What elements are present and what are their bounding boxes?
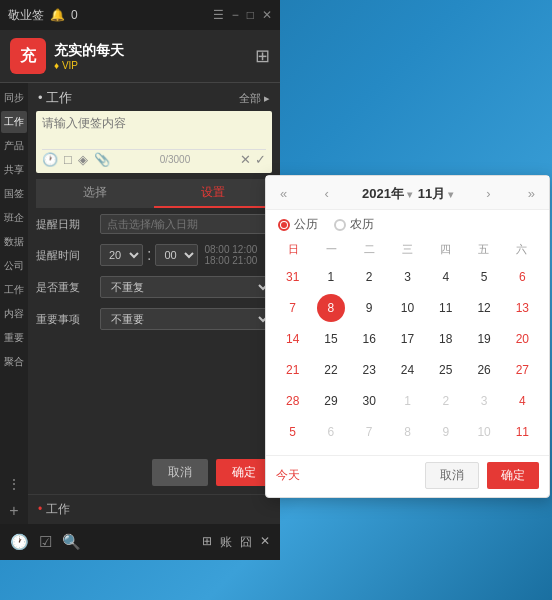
cal-day[interactable]: 20 <box>508 325 536 353</box>
cal-day[interactable]: 13 <box>508 294 536 322</box>
reminder-date-input[interactable] <box>100 214 272 234</box>
cal-day[interactable]: 5 <box>279 418 307 446</box>
cal-day[interactable]: 23 <box>355 356 383 384</box>
cal-public-radio[interactable]: 公历 <box>278 216 318 233</box>
max-button[interactable]: □ <box>247 8 254 22</box>
clock-icon[interactable]: 🕐 <box>42 152 58 167</box>
form-confirm-button[interactable]: 确定 <box>216 459 272 486</box>
cal-year-button[interactable]: 2021年 <box>362 185 412 203</box>
note-textarea[interactable] <box>42 115 266 145</box>
reminder-time-label: 提醒时间 <box>36 248 94 263</box>
sidebar-item-product[interactable]: 产品 <box>1 135 27 157</box>
sidebar-add-button[interactable]: + <box>5 498 22 524</box>
cal-day[interactable]: 4 <box>432 263 460 291</box>
toolbar-account-icon[interactable]: 账 <box>220 534 232 551</box>
sidebar-item-share[interactable]: 共享 <box>1 159 27 181</box>
calendar-icon[interactable]: ⊞ <box>255 45 270 67</box>
cal-day[interactable]: 6 <box>508 263 536 291</box>
close-button[interactable]: ✕ <box>262 8 272 22</box>
cal-day[interactable]: 25 <box>432 356 460 384</box>
cal-day[interactable]: 30 <box>355 387 383 415</box>
cal-day[interactable]: 21 <box>279 356 307 384</box>
toolbar-clock-icon[interactable]: 🕐 <box>10 533 29 551</box>
cal-day[interactable]: 11 <box>432 294 460 322</box>
cal-lunar-radio[interactable]: 农历 <box>334 216 374 233</box>
cal-day[interactable]: 17 <box>393 325 421 353</box>
cal-day[interactable]: 29 <box>317 387 345 415</box>
cal-prev-prev-button[interactable]: « <box>276 184 291 203</box>
sidebar-item-aggregate[interactable]: 聚合 <box>1 351 27 373</box>
sidebar-item-company[interactable]: 公司 <box>1 255 27 277</box>
sidebar-item-work[interactable]: 工作 <box>1 111 27 133</box>
cal-day[interactable]: 2 <box>355 263 383 291</box>
cal-day[interactable]: 15 <box>317 325 345 353</box>
cal-day[interactable]: 6 <box>317 418 345 446</box>
cal-day[interactable]: 8 <box>317 294 345 322</box>
toolbar-search-icon[interactable]: 🔍 <box>62 533 81 551</box>
sidebar-item-sync[interactable]: 同步 <box>1 87 27 109</box>
cal-day[interactable]: 19 <box>470 325 498 353</box>
paint-icon[interactable]: ◈ <box>78 152 88 167</box>
section-all-button[interactable]: 全部 ▸ <box>239 91 270 106</box>
repeat-select[interactable]: 不重复 <box>100 276 272 298</box>
cal-prev-button[interactable]: ‹ <box>320 184 332 203</box>
cal-day[interactable]: 26 <box>470 356 498 384</box>
sidebar-item-banci[interactable]: 班企 <box>1 207 27 229</box>
sidebar-item-guoqian[interactable]: 国签 <box>1 183 27 205</box>
minute-select[interactable]: 00 <box>155 244 198 266</box>
main-content: • 工作 全部 ▸ 🕐 □ ◈ 📎 0/3000 <box>28 83 280 524</box>
cal-day[interactable]: 4 <box>508 387 536 415</box>
cal-day[interactable]: 7 <box>355 418 383 446</box>
note-cancel-icon[interactable]: ✕ <box>240 152 251 167</box>
cal-day[interactable]: 7 <box>279 294 307 322</box>
cal-day[interactable]: 14 <box>279 325 307 353</box>
form-cancel-button[interactable]: 取消 <box>152 459 208 486</box>
cal-day[interactable]: 8 <box>393 418 421 446</box>
cal-cancel-button[interactable]: 取消 <box>425 462 479 489</box>
min-button[interactable]: − <box>232 8 239 22</box>
cal-day[interactable]: 24 <box>393 356 421 384</box>
cal-day[interactable]: 2 <box>432 387 460 415</box>
desktop: 敬业签 🔔 0 ☰ − □ ✕ 充 充实的每天 ♦ VIP ⊞ 同 <box>0 0 552 600</box>
cal-day[interactable]: 10 <box>470 418 498 446</box>
sidebar-item-data[interactable]: 数据 <box>1 231 27 253</box>
cal-day[interactable]: 3 <box>393 263 421 291</box>
cal-day[interactable]: 11 <box>508 418 536 446</box>
cal-day[interactable]: 3 <box>470 387 498 415</box>
sidebar-dots: ⋮ <box>7 476 21 496</box>
tab-settings[interactable]: 设置 <box>154 179 272 208</box>
toolbar-grid-icon[interactable]: ⊞ <box>202 534 212 551</box>
importance-select[interactable]: 不重要 <box>100 308 272 330</box>
tab-select[interactable]: 选择 <box>36 179 154 208</box>
cal-day[interactable]: 9 <box>432 418 460 446</box>
sidebar-item-work2[interactable]: 工作 <box>1 279 27 301</box>
toolbar-face-icon[interactable]: 囧 <box>240 534 252 551</box>
cal-today-button[interactable]: 今天 <box>276 467 300 484</box>
attachment-icon[interactable]: 📎 <box>94 152 110 167</box>
hour-select[interactable]: 20 <box>100 244 143 266</box>
cal-day[interactable]: 27 <box>508 356 536 384</box>
cal-day[interactable]: 10 <box>393 294 421 322</box>
toolbar-check-icon[interactable]: ☑ <box>39 533 52 551</box>
cal-day[interactable]: 31 <box>279 263 307 291</box>
cal-day[interactable]: 16 <box>355 325 383 353</box>
cal-day[interactable]: 12 <box>470 294 498 322</box>
cal-ok-button[interactable]: 确定 <box>487 462 539 489</box>
cal-next-next-button[interactable]: » <box>524 184 539 203</box>
cal-footer: 今天 取消 确定 <box>266 455 549 497</box>
cal-day[interactable]: 22 <box>317 356 345 384</box>
cal-month-button[interactable]: 11月 <box>418 185 453 203</box>
menu-icon[interactable]: ☰ <box>213 8 224 22</box>
cal-day[interactable]: 18 <box>432 325 460 353</box>
note-confirm-icon[interactable]: ✓ <box>255 152 266 167</box>
sidebar-item-content[interactable]: 内容 <box>1 303 27 325</box>
cal-day[interactable]: 9 <box>355 294 383 322</box>
sidebar-item-important[interactable]: 重要 <box>1 327 27 349</box>
cal-day[interactable]: 1 <box>393 387 421 415</box>
cal-day[interactable]: 1 <box>317 263 345 291</box>
cal-next-button[interactable]: › <box>482 184 494 203</box>
cal-day[interactable]: 5 <box>470 263 498 291</box>
toolbar-close-icon[interactable]: ✕ <box>260 534 270 551</box>
cal-day[interactable]: 28 <box>279 387 307 415</box>
checkbox-icon[interactable]: □ <box>64 152 72 167</box>
